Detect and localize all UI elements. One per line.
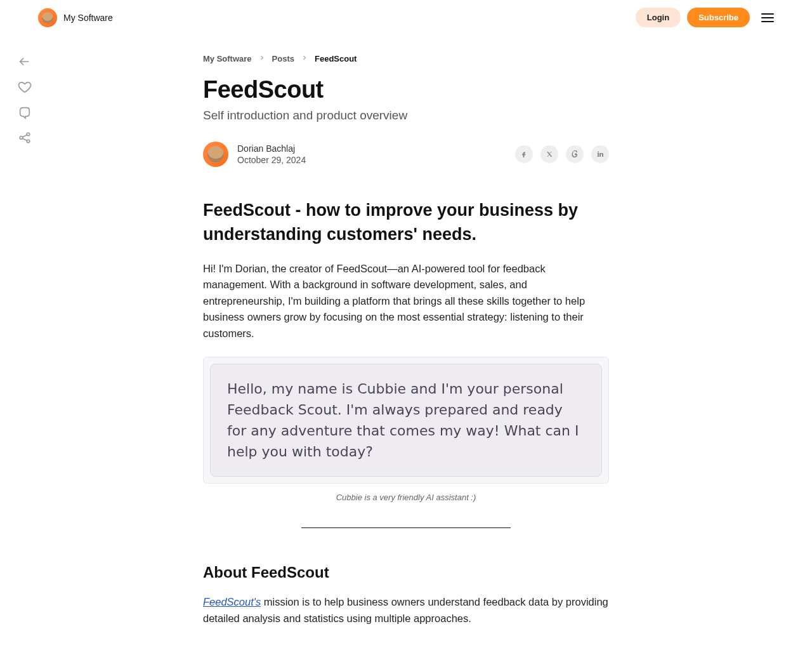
main-content: My Software Posts FeedScout FeedScout Se…	[203, 35, 609, 650]
back-icon[interactable]	[18, 55, 32, 69]
header-brand[interactable]: My Software	[38, 8, 113, 27]
divider	[301, 527, 511, 528]
comment-icon[interactable]	[18, 105, 32, 119]
breadcrumb: My Software Posts FeedScout	[203, 54, 609, 63]
share-icon[interactable]	[18, 131, 32, 145]
share-buttons	[515, 145, 609, 163]
author-info: Dorian Bachlaj October 29, 2024	[203, 142, 306, 167]
linkedin-icon[interactable]	[591, 145, 609, 163]
threads-icon[interactable]	[566, 145, 584, 163]
facebook-icon[interactable]	[515, 145, 533, 163]
page-title: FeedScout	[203, 76, 609, 103]
menu-icon[interactable]	[761, 13, 774, 22]
heart-icon[interactable]	[18, 80, 32, 94]
feedscout-link[interactable]: FeedScout's	[203, 596, 261, 607]
chat-screenshot: Hello, my name is Cubbie and I'm your pe…	[203, 357, 609, 484]
breadcrumb-item-root[interactable]: My Software	[203, 54, 252, 63]
section-heading-intro: FeedScout - how to improve your business…	[203, 199, 609, 247]
chevron-right-icon	[301, 54, 308, 63]
breadcrumb-item-posts[interactable]: Posts	[272, 54, 294, 63]
paragraph-about: FeedScout's mission is to help business …	[203, 594, 609, 627]
site-logo	[38, 8, 57, 27]
site-name: My Software	[63, 13, 113, 23]
page-subtitle: Self introduction and product overview	[203, 109, 609, 123]
breadcrumb-item-current: FeedScout	[315, 54, 357, 63]
section-heading-about: About FeedScout	[203, 564, 609, 581]
side-actions	[18, 55, 32, 145]
author-row: Dorian Bachlaj October 29, 2024	[203, 142, 609, 167]
author-avatar[interactable]	[203, 142, 228, 167]
chat-bubble: Hello, my name is Cubbie and I'm your pe…	[210, 364, 602, 477]
image-caption: Cubbie is a very friendly AI assistant :…	[203, 493, 609, 502]
header: My Software Login Subscribe	[0, 0, 812, 35]
chevron-right-icon	[258, 54, 266, 63]
subscribe-button[interactable]: Subscribe	[687, 8, 750, 27]
paragraph-about-rest: mission is to help business owners under…	[203, 596, 608, 624]
chat-figure: Hello, my name is Cubbie and I'm your pe…	[203, 357, 609, 484]
header-actions: Login Subscribe	[636, 8, 774, 27]
author-name[interactable]: Dorian Bachlaj	[237, 143, 306, 154]
x-twitter-icon[interactable]	[540, 145, 558, 163]
publish-date: October 29, 2024	[237, 155, 306, 165]
paragraph-intro: Hi! I'm Dorian, the creator of FeedScout…	[203, 261, 609, 342]
login-button[interactable]: Login	[636, 8, 681, 27]
